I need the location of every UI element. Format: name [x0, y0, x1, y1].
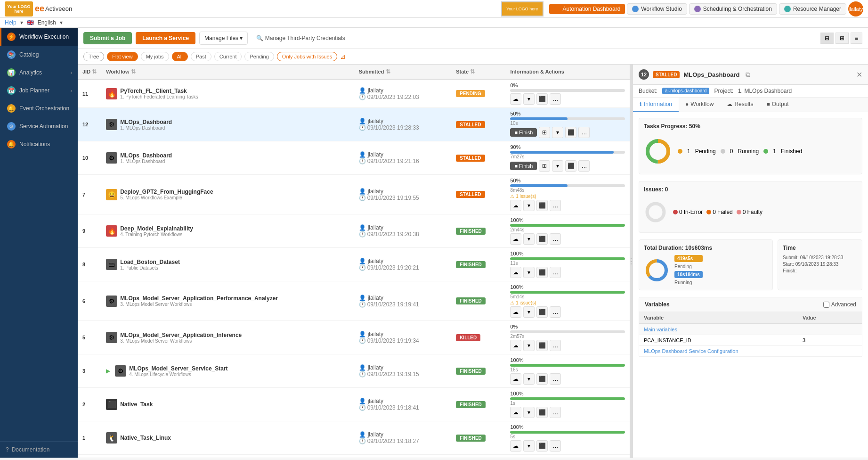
table-row[interactable]: 8 🗃 Load_Boston_Dataset 1. Public Datase… [78, 248, 630, 281]
advanced-checkbox[interactable] [823, 302, 829, 308]
cloud-icon[interactable]: ☁ [510, 233, 521, 245]
filter-icon[interactable]: ⊿ [340, 53, 346, 60]
user-icon: 👤 [359, 364, 366, 371]
manage-credentials-button[interactable]: 🔍 Manage Third-Party Credentials [251, 32, 349, 44]
list-view-button[interactable]: ⊟ [820, 33, 834, 44]
output-icon[interactable]: ⬛ [565, 160, 576, 172]
more-btn[interactable]: … [550, 233, 561, 245]
dropdown-btn[interactable]: ▾ [523, 407, 535, 418]
documentation-link[interactable]: ? Documentation [0, 441, 78, 458]
sidebar-item-analytics[interactable]: 📊 Analytics › [0, 64, 78, 82]
output-icon[interactable]: ⬛ [536, 373, 548, 385]
dropdown-btn[interactable]: ▾ [523, 440, 535, 452]
more-btn[interactable]: … [550, 200, 561, 211]
table-row[interactable]: 1 🐧 Native_Task_Linux 👤 jlailaty � [78, 421, 630, 455]
tab-workflow[interactable]: ● Workflow [679, 98, 720, 112]
filter-all-button[interactable]: All [172, 52, 188, 61]
nav-workflow-studio[interactable]: Workflow Studio [627, 3, 687, 15]
table-row[interactable]: 12 ⚙ MLOps_Dashboard 1. MLOps Dashboard … [78, 108, 630, 141]
dropdown-btn[interactable]: ▾ [523, 373, 535, 385]
cloud-icon[interactable]: ☁ [510, 373, 521, 385]
cloud-icon[interactable]: ☁ [510, 200, 521, 211]
submit-job-button[interactable]: Submit a Job [83, 32, 132, 44]
cloud-icon[interactable]: ☁ [510, 267, 521, 278]
table-row[interactable]: 5 ⚙ MLOps_Model_Server_Application_Infer… [78, 321, 630, 354]
status-icon[interactable]: ⊞ [539, 127, 550, 138]
language-selector[interactable]: English [38, 19, 56, 26]
filter-flat-button[interactable]: Flat view [107, 52, 138, 61]
dropdown-btn[interactable]: ▾ [523, 93, 535, 105]
dropdown-btn[interactable]: ▾ [523, 306, 535, 318]
cloud-icon[interactable]: ☁ [510, 340, 521, 351]
sidebar-item-notifications[interactable]: 🔔 Notifications [0, 135, 78, 153]
nav-scheduling[interactable]: Scheduling & Orchestration [689, 3, 777, 15]
dropdown-btn[interactable]: ▾ [552, 160, 563, 172]
filter-past-button[interactable]: Past [191, 52, 211, 61]
grid-view-button[interactable]: ⊞ [836, 33, 849, 44]
close-icon[interactable]: ✕ [856, 70, 862, 79]
output-icon[interactable]: ⬛ [536, 306, 548, 318]
cloud-icon[interactable]: ☁ [510, 440, 521, 452]
dropdown-btn[interactable]: ▾ [523, 340, 535, 351]
more-btn[interactable]: … [550, 93, 561, 105]
filter-pending-button[interactable]: Pending [244, 52, 274, 61]
finish-button[interactable]: ■ Finish [510, 162, 537, 170]
output-icon[interactable]: ⬛ [536, 233, 548, 245]
output-icon[interactable]: ⬛ [536, 407, 548, 418]
filter-myjobs-button[interactable]: My jobs [141, 52, 169, 61]
table-row[interactable]: 3 ▶ ⚙ MLOps_Model_Server_Service_Start 4… [78, 354, 630, 388]
output-icon[interactable]: ⬛ [536, 200, 548, 211]
more-btn[interactable]: … [550, 306, 561, 318]
output-icon[interactable]: ⬛ [565, 127, 576, 138]
dropdown-btn[interactable]: ▾ [523, 267, 535, 278]
output-icon[interactable]: ⬛ [536, 267, 548, 278]
tab-results[interactable]: ☁ Results [720, 98, 760, 112]
status-icon[interactable]: ⊞ [539, 160, 550, 172]
maximize-icon[interactable]: ⧉ [746, 71, 750, 79]
table-row[interactable]: 11 🔥 PyTorch_FL_Client_Task 1. PyTorch F… [78, 79, 630, 108]
tab-output[interactable]: ■ Output [760, 98, 795, 112]
output-icon[interactable]: ⬛ [536, 340, 548, 351]
nav-automation-dashboard[interactable]: Automation Dashboard [549, 4, 625, 14]
table-row[interactable]: 7 😀 Deploy_GPT2_From_HuggingFace 5. MLop… [78, 175, 630, 214]
cloud-icon[interactable]: ☁ [510, 306, 521, 318]
config-label[interactable]: MLOps Dashboard Service Configuration [644, 348, 738, 354]
help-link[interactable]: Help [5, 19, 16, 26]
more-btn[interactable]: … [550, 440, 561, 452]
sidebar-item-job-planner[interactable]: 📅 Job Planner › [0, 82, 78, 99]
dropdown-btn[interactable]: ▾ [523, 233, 535, 245]
cloud-icon[interactable]: ☁ [510, 407, 521, 418]
table-row[interactable]: 9 🔥 Deep_Model_Explainability 4. Trainin… [78, 214, 630, 248]
table-row[interactable]: 2 ⬛ Native_Task 👤 jlailaty 🕐 [78, 388, 630, 421]
dropdown-btn[interactable]: ▾ [552, 127, 563, 138]
manage-files-button[interactable]: Manage Files ▾ [199, 32, 248, 45]
sidebar-item-event-orchestration[interactable]: 🔔 Event Orchestration [0, 99, 78, 117]
launch-service-button[interactable]: Launch a Service [136, 32, 195, 44]
cloud-icon[interactable]: ☁ [510, 93, 521, 105]
compact-view-button[interactable]: ≡ [851, 33, 862, 44]
dropdown-btn[interactable]: ▾ [523, 200, 535, 211]
sidebar-item-service-automation[interactable]: ⚙ Service Automation [0, 117, 78, 135]
filter-current-button[interactable]: Current [214, 52, 242, 61]
job-planner-icon: 📅 [7, 86, 16, 95]
more-btn[interactable]: … [578, 160, 590, 172]
table-row[interactable]: 10 ⚙ MLOps_Dashboard 1. MLOps Dashboard … [78, 141, 630, 175]
output-icon[interactable]: ⬛ [536, 93, 548, 105]
more-btn[interactable]: … [550, 340, 561, 351]
nav-resource-manager[interactable]: Resource Manager [779, 3, 846, 15]
more-btn[interactable]: … [550, 407, 561, 418]
progress-bar [510, 224, 625, 227]
sidebar-item-catalog[interactable]: 📚 Catalog [0, 46, 78, 64]
filter-issues-button[interactable]: Only Jobs with Issues [277, 52, 337, 61]
filter-tree-button[interactable]: Tree [83, 52, 104, 61]
advanced-checkbox-label[interactable]: Advanced [823, 301, 856, 308]
sidebar-item-workflow-execution[interactable]: ⚡ Workflow Execution [0, 28, 78, 46]
tab-information[interactable]: ℹ Information [633, 98, 679, 112]
more-btn[interactable]: … [550, 267, 561, 278]
more-btn[interactable]: … [550, 373, 561, 385]
finish-button[interactable]: ■ Finish [510, 128, 537, 137]
user-menu-button[interactable]: jlailaty [848, 1, 863, 16]
more-btn[interactable]: … [578, 127, 590, 138]
table-row[interactable]: 6 ⚙ MLOps_Model_Server_Application_Perfo… [78, 281, 630, 321]
output-icon[interactable]: ⬛ [536, 440, 548, 452]
